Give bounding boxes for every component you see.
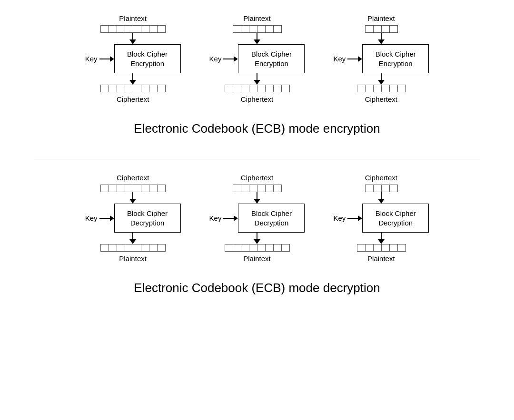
key-arrow — [347, 215, 362, 221]
cipher-box: Block CipherEncryption — [238, 44, 305, 73]
data-strip — [100, 25, 165, 33]
cipher-diagram: PlaintextKeyBlock CipherEncryptionCipher… — [209, 14, 305, 106]
data-strip — [365, 25, 397, 33]
key-arrow — [347, 56, 362, 62]
cipher-box: Block CipherDecryption — [114, 204, 181, 233]
key-row: KeyBlock CipherEncryption — [209, 44, 305, 73]
encryption-title: Electronic Codebook (ECB) mode encryptio… — [134, 121, 380, 136]
key-label: Key — [85, 214, 98, 222]
key-row: KeyBlock CipherEncryption — [333, 44, 429, 73]
bottom-label: Ciphertext — [365, 95, 397, 103]
top-label: Plaintext — [367, 14, 395, 22]
data-strip — [365, 185, 397, 192]
cipher-diagram: CiphertextKeyBlock CipherDecryptionPlain… — [209, 174, 305, 265]
top-label: Ciphertext — [241, 174, 273, 182]
top-label: Ciphertext — [117, 174, 149, 182]
key-label: Key — [85, 55, 98, 63]
cipher-diagram: CiphertextKeyBlock CipherDecryptionPlain… — [333, 174, 429, 265]
key-label: Key — [333, 55, 346, 63]
key-row: KeyBlock CipherDecryption — [209, 204, 305, 233]
cipher-box: Block CipherEncryption — [362, 44, 429, 73]
key-arrow — [223, 215, 238, 221]
cipher-diagram: CiphertextKeyBlock CipherDecryptionPlain… — [85, 174, 181, 265]
key-row: KeyBlock CipherDecryption — [333, 204, 429, 233]
key-label: Key — [333, 214, 346, 222]
key-arrow — [99, 56, 114, 62]
bottom-label: Ciphertext — [117, 95, 149, 103]
cipher-diagram: PlaintextKeyBlock CipherEncryptionCipher… — [85, 14, 181, 106]
data-strip — [233, 185, 281, 192]
cipher-diagram: PlaintextKeyBlock CipherEncryptionCipher… — [333, 14, 429, 106]
data-strip — [357, 244, 405, 252]
encryption-diagrams-row: PlaintextKeyBlock CipherEncryptionCipher… — [10, 14, 504, 106]
bottom-label: Plaintext — [367, 254, 395, 263]
top-label: Plaintext — [119, 14, 147, 22]
data-strip — [233, 25, 281, 33]
decryption-diagrams-row: CiphertextKeyBlock CipherDecryptionPlain… — [10, 174, 504, 265]
data-strip — [100, 85, 165, 92]
key-label: Key — [209, 214, 222, 222]
data-strip — [225, 85, 289, 92]
key-arrow — [223, 56, 238, 62]
key-row: KeyBlock CipherDecryption — [85, 204, 181, 233]
top-label: Ciphertext — [365, 174, 397, 182]
bottom-label: Ciphertext — [241, 95, 273, 103]
decryption-section: CiphertextKeyBlock CipherDecryptionPlain… — [10, 174, 504, 295]
key-label: Key — [209, 55, 222, 63]
key-arrow — [99, 215, 114, 221]
cipher-box: Block CipherDecryption — [238, 204, 305, 233]
cipher-box: Block CipherEncryption — [114, 44, 181, 73]
data-strip — [100, 244, 165, 252]
section-divider — [34, 159, 480, 159]
top-label: Plaintext — [243, 14, 271, 22]
data-strip — [225, 244, 289, 252]
cipher-box: Block CipherDecryption — [362, 204, 429, 233]
data-strip — [357, 85, 405, 92]
bottom-label: Plaintext — [119, 254, 147, 263]
decryption-title: Electronic Codebook (ECB) mode decryptio… — [134, 281, 380, 295]
key-row: KeyBlock CipherEncryption — [85, 44, 181, 73]
data-strip — [100, 185, 165, 192]
bottom-label: Plaintext — [243, 254, 271, 263]
encryption-section: PlaintextKeyBlock CipherEncryptionCipher… — [10, 14, 504, 136]
